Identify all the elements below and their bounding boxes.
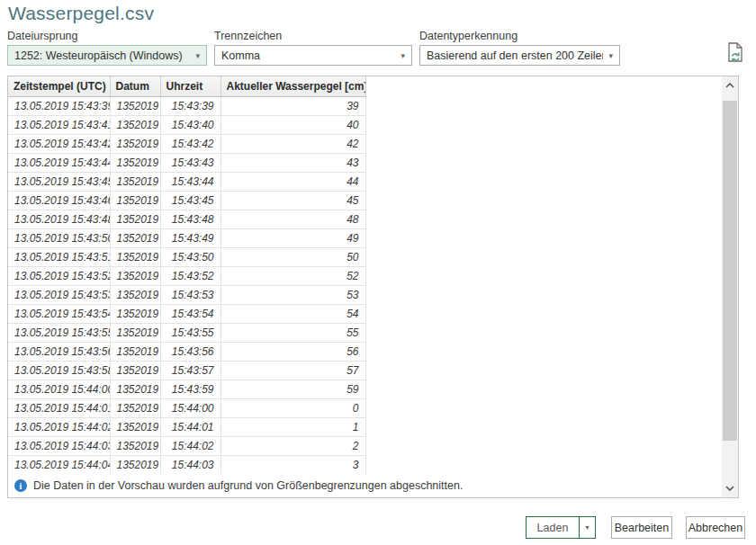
load-button[interactable]: Laden (526, 517, 579, 538)
type-detection-field: Datentyperkennung Basierend auf den erst… (419, 30, 620, 66)
table-cell: 1352019 (110, 172, 160, 191)
table-cell: 55 (220, 323, 365, 342)
table-cell: 15:43:45 (160, 191, 220, 210)
delimiter-field: Trennzeichen Komma ▾ (214, 30, 412, 66)
table-cell: 13.05.2019 15:43:42 (8, 134, 110, 153)
scroll-down-icon[interactable] (722, 481, 738, 496)
table-row: 13.05.2019 15:44:04135201915:44:033 (8, 455, 365, 474)
table-cell: 1352019 (110, 342, 160, 361)
scrollbar-thumb[interactable] (723, 101, 737, 441)
table-cell: 15:43:57 (160, 361, 220, 380)
table-cell: 15:43:54 (160, 304, 220, 323)
table-cell: 13.05.2019 15:43:44 (8, 153, 110, 172)
footer-buttons: Laden ▾ Bearbeiten Abbrechen (526, 516, 745, 539)
table-cell: 15:43:50 (160, 247, 220, 266)
header-row: Zeitstempel (UTC)DatumUhrzeitAktueller W… (8, 76, 365, 96)
table-cell: 13.05.2019 15:43:54 (8, 304, 110, 323)
chevron-down-icon: ▾ (195, 51, 200, 60)
table-cell: 15:44:01 (160, 417, 220, 436)
table-cell: 13.05.2019 15:43:46 (8, 191, 110, 210)
cancel-button[interactable]: Abbrechen (686, 516, 745, 539)
table-cell: 44 (220, 172, 365, 191)
table-cell: 39 (220, 96, 365, 115)
table-cell: 1352019 (110, 304, 160, 323)
table-cell: 13.05.2019 15:43:53 (8, 285, 110, 304)
vertical-scrollbar[interactable] (722, 76, 738, 497)
table-cell: 13.05.2019 15:44:00 (8, 380, 110, 398)
table-cell: 15:44:02 (160, 436, 220, 455)
table-cell: 45 (220, 191, 365, 210)
column-header: Datum (110, 76, 160, 96)
page-title: Wasserpegel.csv (8, 3, 154, 24)
table-cell: 13.05.2019 15:43:39 (8, 96, 110, 115)
table-cell: 56 (220, 342, 365, 361)
table-body: 13.05.2019 15:43:39135201915:43:393913.0… (8, 96, 365, 474)
table-cell: 13.05.2019 15:44:02 (8, 417, 110, 436)
table-cell: 1352019 (110, 191, 160, 210)
table-cell: 1352019 (110, 417, 160, 436)
table-cell: 0 (220, 398, 365, 417)
refresh-preview-icon[interactable] (725, 41, 747, 65)
table-cell: 50 (220, 247, 365, 266)
table-cell: 13.05.2019 15:43:41 (8, 115, 110, 134)
type-detection-select[interactable]: Basierend auf den ersten 200 Zeilen ▾ (419, 45, 620, 66)
table-cell: 1352019 (110, 380, 160, 398)
truncation-notice: i Die Daten in der Vorschau wurden aufgr… (8, 474, 722, 497)
table-row: 13.05.2019 15:43:52135201915:43:5252 (8, 266, 365, 285)
table-cell: 15:43:42 (160, 134, 220, 153)
truncation-notice-text: Die Daten in der Vorschau wurden aufgrun… (33, 479, 463, 492)
table-cell: 2 (220, 436, 365, 455)
table-cell: 43 (220, 153, 365, 172)
table-row: 13.05.2019 15:44:00135201915:43:5959 (8, 380, 365, 398)
table-cell: 1352019 (110, 266, 160, 285)
table-cell: 54 (220, 304, 365, 323)
file-origin-value: 1252: Westeuropäisch (Windows) (14, 49, 183, 62)
table-cell: 15:43:55 (160, 323, 220, 342)
table-cell: 1352019 (110, 247, 160, 266)
table-cell: 15:43:59 (160, 380, 220, 398)
table-cell: 1352019 (110, 228, 160, 247)
load-dropdown-button[interactable]: ▾ (579, 517, 595, 538)
chevron-down-icon: ▾ (608, 51, 613, 60)
table-cell: 13.05.2019 15:44:04 (8, 455, 110, 474)
chevron-down-icon: ▾ (585, 523, 589, 532)
table-cell: 13.05.2019 15:44:03 (8, 436, 110, 455)
table-cell: 1352019 (110, 210, 160, 228)
column-header: Aktueller Wasserpegel [cm] (220, 76, 365, 96)
table-cell: 1352019 (110, 134, 160, 153)
table-row: 13.05.2019 15:43:48135201915:43:4848 (8, 210, 365, 228)
table-row: 13.05.2019 15:43:46135201915:43:4545 (8, 191, 365, 210)
file-origin-label: Dateiursprung (7, 30, 207, 42)
table-row: 13.05.2019 15:43:45135201915:43:4444 (8, 172, 365, 191)
table-cell: 15:43:53 (160, 285, 220, 304)
scroll-up-icon[interactable] (722, 78, 738, 93)
type-detection-label: Datentyperkennung (419, 30, 620, 42)
column-header: Zeitstempel (UTC) (8, 76, 110, 96)
file-origin-select[interactable]: 1252: Westeuropäisch (Windows) ▾ (7, 45, 207, 66)
edit-button[interactable]: Bearbeiten (611, 516, 672, 539)
table-cell: 1 (220, 417, 365, 436)
table-row: 13.05.2019 15:43:56135201915:43:5656 (8, 342, 365, 361)
table-cell: 13.05.2019 15:43:58 (8, 361, 110, 380)
table-cell: 15:43:49 (160, 228, 220, 247)
preview-panel: Zeitstempel (UTC)DatumUhrzeitAktueller W… (7, 76, 739, 498)
table-row: 13.05.2019 15:43:44135201915:43:4343 (8, 153, 365, 172)
preview-table: Zeitstempel (UTC)DatumUhrzeitAktueller W… (8, 76, 366, 475)
table-row: 13.05.2019 15:43:53135201915:43:5353 (8, 285, 365, 304)
table-cell: 3 (220, 455, 365, 474)
table-cell: 1352019 (110, 153, 160, 172)
table-row: 13.05.2019 15:43:50135201915:43:4949 (8, 228, 365, 247)
info-icon: i (14, 479, 27, 492)
table-cell: 59 (220, 380, 365, 398)
table-row: 13.05.2019 15:43:39135201915:43:3939 (8, 96, 365, 115)
table-cell: 15:44:03 (160, 455, 220, 474)
chevron-down-icon: ▾ (400, 51, 405, 60)
table-cell: 15:43:56 (160, 342, 220, 361)
table-row: 13.05.2019 15:44:02135201915:44:011 (8, 417, 365, 436)
table-cell: 1352019 (110, 398, 160, 417)
table-cell: 48 (220, 210, 365, 228)
table-row: 13.05.2019 15:43:55135201915:43:5555 (8, 323, 365, 342)
table-cell: 53 (220, 285, 365, 304)
file-origin-field: Dateiursprung 1252: Westeuropäisch (Wind… (7, 30, 207, 66)
delimiter-select[interactable]: Komma ▾ (214, 45, 412, 66)
